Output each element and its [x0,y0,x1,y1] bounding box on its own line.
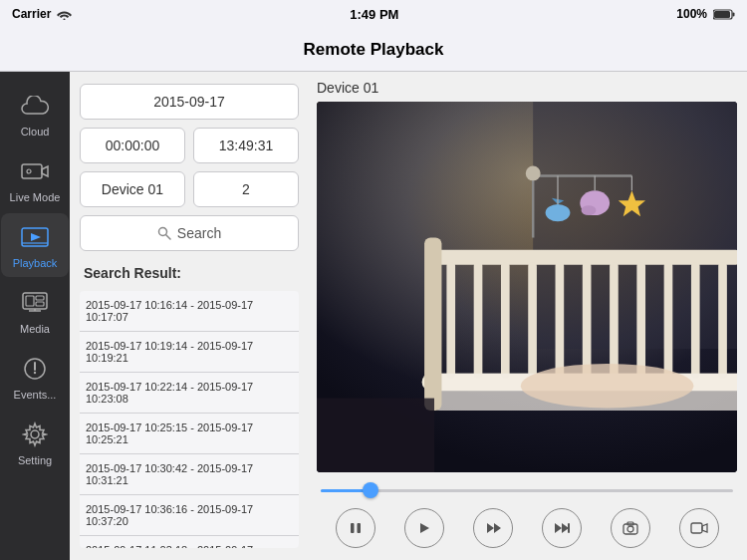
playback-icon [19,221,51,253]
result-item[interactable]: 2015-09-17 10:16:14 - 2015-09-17 10:17:0… [80,291,299,332]
status-bar: Carrier 1:49 PM 100% [0,0,747,28]
svg-rect-39 [424,237,441,411]
time-row: 00:00:00 13:49:31 [80,128,299,163]
svg-marker-8 [31,233,41,241]
svg-rect-34 [636,262,645,379]
svg-rect-4 [22,164,42,178]
record-button[interactable] [679,508,719,548]
pause-icon [349,521,363,535]
device-field[interactable]: Device 01 [80,171,185,207]
svg-rect-31 [556,262,565,379]
search-label: Search [177,225,221,241]
svg-rect-28 [474,262,483,379]
svg-rect-54 [351,523,355,533]
events-icon [19,353,51,385]
result-item[interactable]: 2015-09-17 11:03:18 - 2015-09-17 11:03:2… [80,536,299,548]
result-item[interactable]: 2015-09-17 10:25:15 - 2015-09-17 10:25:2… [80,414,299,454]
svg-rect-55 [357,523,361,533]
svg-rect-29 [501,262,510,379]
sidebar-item-events[interactable]: Events... [1,345,69,409]
sidebar-item-setting[interactable]: Setting [1,411,69,474]
status-right: 100% [676,7,735,21]
sidebar-item-playback[interactable]: Playback [1,213,69,277]
gear-icon [19,419,51,450]
battery-icon [713,9,735,20]
svg-point-6 [27,169,31,173]
video-container [317,102,737,472]
date-field[interactable]: 2015-09-17 [80,84,299,120]
svg-point-46 [546,204,571,221]
media-icon [19,287,51,319]
result-item[interactable]: 2015-09-17 10:22:14 - 2015-09-17 10:23:0… [80,373,299,414]
svg-line-21 [165,235,170,240]
svg-rect-2 [714,11,730,18]
video-camera-icon [690,521,708,535]
svg-rect-32 [583,262,592,379]
sidebar-live-label: Live Mode [10,191,61,203]
page-title: Remote Playback [304,40,444,60]
progress-thumb[interactable] [363,482,378,498]
result-item[interactable]: 2015-09-17 10:30:42 - 2015-09-17 10:31:2… [80,454,299,495]
svg-point-51 [526,165,541,180]
sidebar-events-label: Events... [14,389,57,401]
play-icon [417,521,431,535]
step-forward-button[interactable] [473,508,513,548]
sidebar-media-label: Media [20,323,50,335]
sidebar-playback-label: Playback [13,257,58,269]
carrier-label: Carrier [12,7,51,21]
svg-rect-35 [664,262,673,379]
snapshot-button[interactable] [611,508,650,548]
progress-bar-wrap[interactable] [321,480,733,500]
svg-rect-53 [317,399,434,472]
svg-point-18 [34,372,36,374]
channel-field[interactable]: 2 [193,171,299,207]
fast-forward-button[interactable] [542,508,582,548]
svg-point-0 [64,18,66,20]
play-button[interactable] [404,508,444,548]
sidebar: Cloud Live Mode Playback [0,72,70,560]
status-left: Carrier [12,7,72,21]
svg-rect-30 [528,262,537,379]
pause-button[interactable] [336,508,375,548]
cloud-icon [19,90,51,122]
sidebar-item-media[interactable]: Media [1,279,69,343]
svg-marker-59 [555,523,562,533]
battery-label: 100% [676,7,707,21]
result-list[interactable]: 2015-09-17 10:16:14 - 2015-09-17 10:17:0… [80,291,299,548]
step-forward-icon [485,521,501,535]
svg-rect-10 [23,293,47,309]
svg-rect-37 [718,262,727,379]
search-result-header: Search Result: [80,259,299,283]
svg-point-19 [31,430,39,438]
svg-marker-58 [494,523,501,533]
wifi-icon [57,9,72,20]
camera-icon [622,521,638,535]
result-item[interactable]: 2015-09-17 10:36:16 - 2015-09-17 10:37:2… [80,495,299,536]
svg-rect-61 [568,523,570,533]
svg-rect-12 [36,296,44,300]
result-item[interactable]: 2015-09-17 10:19:14 - 2015-09-17 10:19:2… [80,332,299,373]
sidebar-item-cloud[interactable]: Cloud [1,82,69,145]
left-panel: 2015-09-17 00:00:00 13:49:31 Device 01 2 [70,72,309,560]
svg-rect-11 [26,296,34,306]
status-time: 1:49 PM [350,7,398,22]
main-layout: Cloud Live Mode Playback [0,72,747,560]
search-button[interactable]: Search [80,215,299,251]
svg-rect-33 [610,262,619,379]
svg-marker-60 [562,523,569,533]
sidebar-item-live-mode[interactable]: Live Mode [1,147,69,211]
svg-marker-66 [702,524,707,532]
device-label: Device 01 [317,80,737,96]
progress-track[interactable] [321,489,733,492]
svg-rect-13 [36,302,44,306]
control-buttons [321,508,733,548]
end-time-field[interactable]: 13:49:31 [193,128,299,163]
start-time-field[interactable]: 00:00:00 [80,128,185,163]
content-area: 2015-09-17 00:00:00 13:49:31 Device 01 2 [70,72,747,560]
device-row: Device 01 2 [80,171,299,207]
svg-marker-56 [420,523,429,533]
svg-rect-36 [691,262,700,379]
right-panel: Device 01 [309,72,747,560]
fast-forward-icon [554,521,570,535]
sidebar-cloud-label: Cloud [21,126,50,138]
